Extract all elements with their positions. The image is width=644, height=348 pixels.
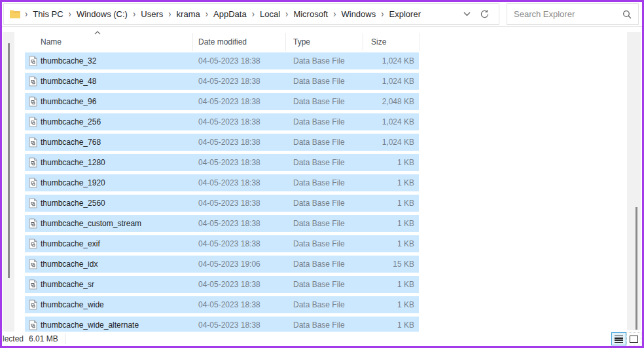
file-date-modified: 04-05-2023 18:38 [193,239,286,248]
chevron-down-icon[interactable] [463,12,471,16]
file-row[interactable]: thumbcache_1920 04-05-2023 18:38 Data Ba… [25,174,419,191]
file-name: thumbcache_32 [41,56,193,66]
column-headers: Name Date modified Type Size [25,33,421,51]
selected-count-text: lected [2,334,24,343]
file-type: Data Base File [286,300,363,309]
file-row[interactable]: thumbcache_custom_stream 04-05-2023 18:3… [25,215,419,232]
file-icon [25,178,41,188]
file-date-modified: 04-05-2023 18:38 [193,320,286,330]
file-icon [25,320,41,330]
file-type: Data Base File [286,158,363,167]
breadcrumb-item[interactable]: Microsoft [291,9,331,19]
file-type: Data Base File [286,77,363,86]
right-scrollbar-thumb[interactable] [635,207,637,330]
breadcrumb-item[interactable]: This PC [30,9,65,19]
file-icon [25,279,41,290]
file-type: Data Base File [286,320,363,330]
file-row[interactable]: thumbcache_768 04-05-2023 18:38 Data Bas… [25,134,419,151]
search-placeholder: Search Explorer [514,9,575,19]
refresh-icon[interactable] [480,9,490,19]
file-name: thumbcache_wide [41,300,193,309]
file-type: Data Base File [286,97,363,106]
toolbar: ›This PC›Windows (C:)›Users›krama›AppDat… [2,2,642,27]
file-row[interactable]: thumbcache_2560 04-05-2023 18:38 Data Ba… [25,195,419,212]
file-name: thumbcache_768 [41,138,193,147]
file-row[interactable]: thumbcache_1280 04-05-2023 18:38 Data Ba… [25,154,419,171]
chevron-right-icon: › [166,9,173,19]
file-row[interactable]: thumbcache_wide 04-05-2023 18:38 Data Ba… [25,296,419,313]
file-row[interactable]: thumbcache_idx 04-05-2023 19:06 Data Bas… [25,256,419,273]
file-icon [25,56,41,66]
status-divider [65,334,65,344]
folder-icon [9,9,21,19]
file-row[interactable]: thumbcache_32 04-05-2023 18:38 Data Base… [25,52,419,69]
file-date-modified: 04-05-2023 18:38 [193,199,286,208]
sort-ascending-icon [94,31,101,35]
file-date-modified: 04-05-2023 18:38 [193,138,286,147]
file-row[interactable]: thumbcache_exif 04-05-2023 18:38 Data Ba… [25,235,419,252]
column-header-date-modified[interactable]: Date modified [193,33,286,51]
address-bar[interactable]: ›This PC›Windows (C:)›Users›krama›AppDat… [3,3,499,25]
column-header-type[interactable]: Type [286,33,363,51]
file-size: 1 KB [363,219,414,228]
file-date-modified: 04-05-2023 18:38 [193,56,286,66]
column-header-name[interactable]: Name [25,33,193,51]
file-icon [25,198,41,208]
file-size: 1 KB [363,280,414,289]
large-icons-view-button[interactable] [626,332,641,345]
right-scrollbar-track[interactable] [627,32,641,330]
file-type: Data Base File [286,117,363,126]
details-view-button[interactable] [611,332,626,345]
file-date-modified: 04-05-2023 18:38 [193,97,286,106]
file-size: 1,024 KB [363,56,414,66]
search-icon[interactable] [622,10,632,19]
breadcrumb-item[interactable]: Local [257,9,283,19]
file-row[interactable]: thumbcache_sr 04-05-2023 18:38 Data Base… [25,276,419,293]
file-row[interactable]: thumbcache_96 04-05-2023 18:38 Data Base… [25,93,419,110]
file-size: 1 KB [363,239,414,248]
file-date-modified: 04-05-2023 18:38 [193,117,286,126]
breadcrumb-item[interactable]: AppData [211,9,249,19]
file-date-modified: 04-05-2023 18:38 [193,300,286,309]
file-size: 1 KB [363,158,414,167]
status-bar: lected 6.01 MB [2,332,642,346]
file-size: 1,024 KB [363,138,414,147]
left-scrollbar-thumb[interactable] [8,43,10,278]
search-input[interactable]: Search Explorer [507,3,639,25]
breadcrumb-item[interactable]: Windows (C:) [74,9,130,19]
chevron-right-icon: › [130,9,138,19]
file-size: 2,048 KB [363,97,414,106]
breadcrumb-item[interactable]: Explorer [387,9,423,19]
file-date-modified: 04-05-2023 18:38 [193,158,286,167]
selection-summary: lected 6.01 MB [2,332,65,346]
file-row[interactable]: thumbcache_48 04-05-2023 18:38 Data Base… [25,73,419,90]
file-icon [25,157,41,168]
explorer-window: ›This PC›Windows (C:)›Users›krama›AppDat… [0,0,644,348]
file-size: 1 KB [363,199,414,208]
file-name: thumbcache_sr [41,280,193,289]
file-icon [25,239,41,249]
breadcrumb-item[interactable]: Users [138,9,166,19]
chevron-right-icon: › [249,9,257,19]
chevron-right-icon: › [203,9,211,19]
file-icon [25,117,41,127]
breadcrumb-item[interactable]: Windows [338,9,378,19]
file-size: 15 KB [363,260,414,269]
file-name: thumbcache_256 [41,117,193,126]
file-row[interactable]: thumbcache_256 04-05-2023 18:38 Data Bas… [25,113,419,130]
left-scrollbar-track[interactable] [3,32,14,332]
column-header-size[interactable]: Size [363,33,420,51]
chevron-right-icon: › [22,9,30,19]
file-name: thumbcache_2560 [41,199,193,208]
file-size: 1 KB [363,320,414,330]
file-type: Data Base File [286,56,363,66]
chevron-right-icon: › [66,9,74,19]
file-type: Data Base File [286,138,363,147]
file-name: thumbcache_1920 [41,178,193,187]
chevron-right-icon: › [283,9,291,19]
breadcrumb-item[interactable]: krama [174,9,203,19]
file-type: Data Base File [286,260,363,269]
file-type: Data Base File [286,219,363,228]
file-icon [25,300,41,310]
file-type: Data Base File [286,280,363,289]
